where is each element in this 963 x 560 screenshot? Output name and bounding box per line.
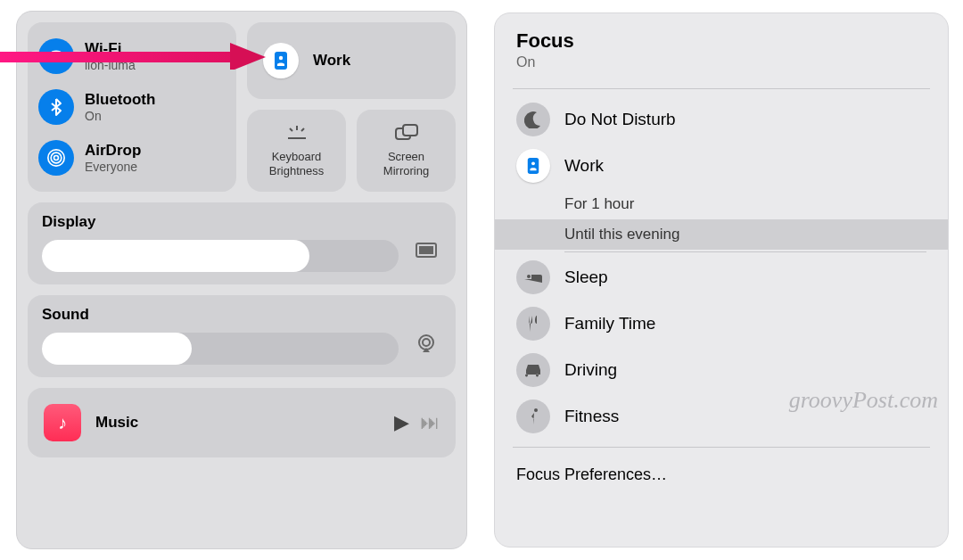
- wifi-toggle[interactable]: Wi-Fi lion-luma: [38, 33, 226, 79]
- divider: [564, 251, 926, 252]
- focus-panel-status: On: [516, 54, 926, 70]
- car-icon: [516, 353, 550, 387]
- focus-preferences-link[interactable]: Focus Preferences…: [495, 455, 948, 495]
- screen-mirroring-button[interactable]: Screen Mirroring: [357, 110, 456, 192]
- svg-point-1: [54, 155, 59, 160]
- display-slider[interactable]: ☀︎: [42, 240, 399, 272]
- play-icon[interactable]: ▶: [394, 411, 409, 434]
- keyboard-brightness-icon: [284, 124, 309, 146]
- airdrop-status: Everyone: [85, 160, 141, 174]
- bluetooth-status: On: [85, 109, 155, 123]
- focus-label: Work: [313, 52, 350, 70]
- svg-point-2: [51, 152, 62, 163]
- running-icon: [516, 399, 550, 433]
- focus-mode-family[interactable]: Family Time: [495, 301, 948, 347]
- svg-point-14: [531, 161, 535, 165]
- bluetooth-toggle[interactable]: Bluetooth On: [38, 84, 226, 130]
- display-label: Display: [42, 213, 95, 230]
- svg-point-5: [279, 56, 283, 60]
- badge-icon: [263, 43, 299, 78]
- utensils-icon: [516, 307, 550, 341]
- svg-rect-7: [403, 125, 417, 136]
- airdrop-label: AirDrop: [85, 142, 141, 160]
- sound-slider[interactable]: [42, 333, 399, 365]
- control-center-panel: Wi-Fi lion-luma Bluetooth On AirDrop: [16, 11, 467, 549]
- svg-rect-13: [528, 158, 539, 174]
- bluetooth-icon: [38, 89, 74, 125]
- focus-mode-dnd[interactable]: Do Not Disturb: [495, 96, 948, 143]
- badge-icon: [516, 149, 550, 183]
- focus-tile[interactable]: Work: [247, 22, 456, 99]
- svg-point-15: [534, 408, 538, 412]
- display-tile: Display ☀︎: [28, 202, 456, 284]
- divider: [513, 447, 930, 448]
- next-icon[interactable]: ⏭: [420, 411, 440, 434]
- focus-mode-sleep[interactable]: Sleep: [495, 254, 948, 301]
- airdrop-icon: [38, 140, 74, 176]
- display-menu-icon[interactable]: [411, 236, 441, 267]
- focus-duration-1h[interactable]: For 1 hour: [495, 189, 948, 219]
- music-label: Music: [95, 414, 138, 432]
- sound-tile: Sound: [28, 295, 456, 377]
- music-tile[interactable]: ♪ Music ▶ ⏭: [28, 388, 456, 457]
- svg-rect-9: [419, 246, 433, 254]
- wifi-network: lion-luma: [85, 58, 136, 72]
- wifi-label: Wi-Fi: [85, 40, 136, 58]
- svg-point-10: [419, 335, 433, 350]
- focus-panel-title: Focus: [516, 29, 926, 53]
- screen-mirroring-icon: [395, 124, 418, 146]
- bluetooth-label: Bluetooth: [85, 91, 155, 109]
- watermark: groovyPost.com: [789, 387, 938, 414]
- airplay-audio-icon[interactable]: [411, 329, 441, 359]
- focus-mode-work[interactable]: Work: [495, 143, 948, 189]
- music-app-icon: ♪: [44, 404, 81, 441]
- bed-icon: [516, 260, 550, 294]
- divider: [513, 88, 930, 89]
- airdrop-toggle[interactable]: AirDrop Everyone: [38, 135, 226, 181]
- sound-label: Sound: [42, 306, 89, 323]
- svg-point-11: [423, 339, 430, 346]
- keyboard-brightness-label: Keyboard Brightness: [269, 150, 324, 177]
- wifi-icon: [38, 38, 74, 74]
- network-tile: Wi-Fi lion-luma Bluetooth On AirDrop: [28, 22, 236, 192]
- keyboard-brightness-button[interactable]: Keyboard Brightness: [247, 110, 346, 192]
- moon-icon: [516, 103, 550, 136]
- svg-point-0: [55, 60, 58, 62]
- focus-duration-evening[interactable]: Until this evening: [495, 219, 948, 250]
- svg-rect-4: [275, 52, 287, 70]
- focus-panel: Focus On Do Not Disturb Work For 1 hour …: [494, 12, 949, 548]
- screen-mirroring-label: Screen Mirroring: [383, 150, 429, 177]
